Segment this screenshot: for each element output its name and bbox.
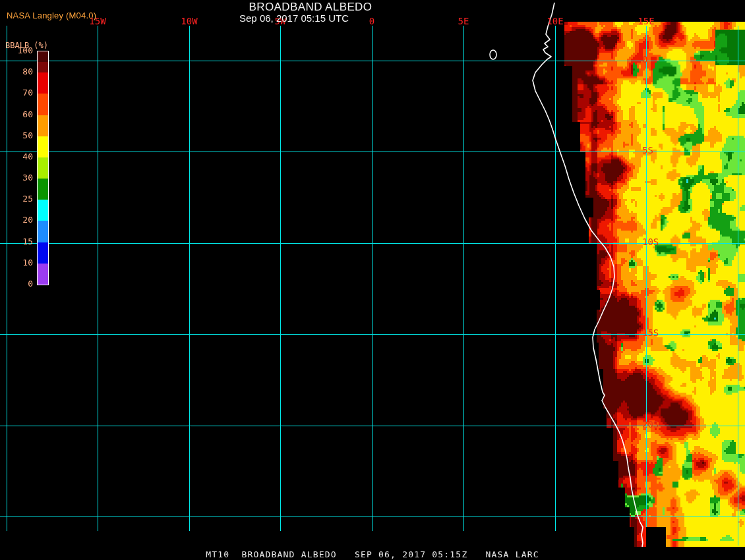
colorbar-segment bbox=[38, 62, 48, 72]
colorbar-segment bbox=[38, 179, 48, 200]
lat-label-20S: 20S bbox=[642, 419, 659, 430]
colorbar-tick: 50 bbox=[0, 131, 33, 140]
colorbar-segment bbox=[38, 221, 48, 242]
colorbar-tick: 15 bbox=[0, 237, 33, 246]
lon-label-10E: 10E bbox=[547, 16, 563, 26]
lat-label-0: 0 bbox=[642, 54, 647, 65]
colorbar-tick: 25 bbox=[0, 194, 33, 204]
colorbar-tick: 20 bbox=[0, 215, 33, 225]
colorbar bbox=[37, 51, 49, 285]
lon-label-0: 0 bbox=[369, 16, 374, 26]
colorbar-tick: 40 bbox=[0, 152, 33, 161]
lon-label-5E: 5E bbox=[458, 16, 469, 26]
colorbar-segment bbox=[38, 136, 48, 157]
colorbar-segment bbox=[38, 72, 48, 94]
colorbar-tick: 30 bbox=[0, 173, 33, 182]
colorbar-segment bbox=[38, 264, 48, 285]
colorbar-tick: 0 bbox=[0, 279, 33, 289]
colorbar-segment bbox=[38, 200, 48, 221]
page-title: BROADBAND ALBEDO bbox=[249, 1, 372, 14]
colorbar-segment bbox=[38, 51, 48, 62]
status-bar-text: MT10 BROADBAND ALBEDO SEP 06, 2017 05:15… bbox=[0, 549, 745, 559]
lon-label-15E: 15E bbox=[638, 16, 654, 26]
colorbar-segment bbox=[38, 157, 48, 179]
lat-label-10S: 10S bbox=[642, 237, 659, 247]
colorbar-segment bbox=[38, 242, 48, 264]
colorbar-tick: 80 bbox=[0, 67, 33, 76]
lon-label-10W: 10W bbox=[181, 16, 198, 26]
albedo-map-viewer: 15W10W5W05E10E15E05S10S15S20S NASA Langl… bbox=[0, 0, 745, 560]
colorbar-tick: 100 bbox=[0, 46, 33, 55]
colorbar-segment bbox=[38, 115, 48, 136]
lat-label-15S: 15S bbox=[642, 327, 659, 338]
colorbar-tick: 10 bbox=[0, 258, 33, 267]
lat-label-5S: 5S bbox=[642, 145, 653, 155]
map-grid-overlay: 15W10W5W05E10E15E05S10S15S20S bbox=[0, 0, 745, 560]
timestamp-subtitle: Sep 06, 2017 05:15 UTC bbox=[239, 13, 349, 24]
colorbar-tick: 60 bbox=[0, 110, 33, 119]
colorbar-segment bbox=[38, 94, 48, 115]
coastline bbox=[533, 3, 643, 547]
colorbar-tick: 70 bbox=[0, 88, 33, 98]
island-outline bbox=[490, 50, 496, 59]
credit-label: NASA Langley (M04.0) bbox=[7, 11, 96, 20]
